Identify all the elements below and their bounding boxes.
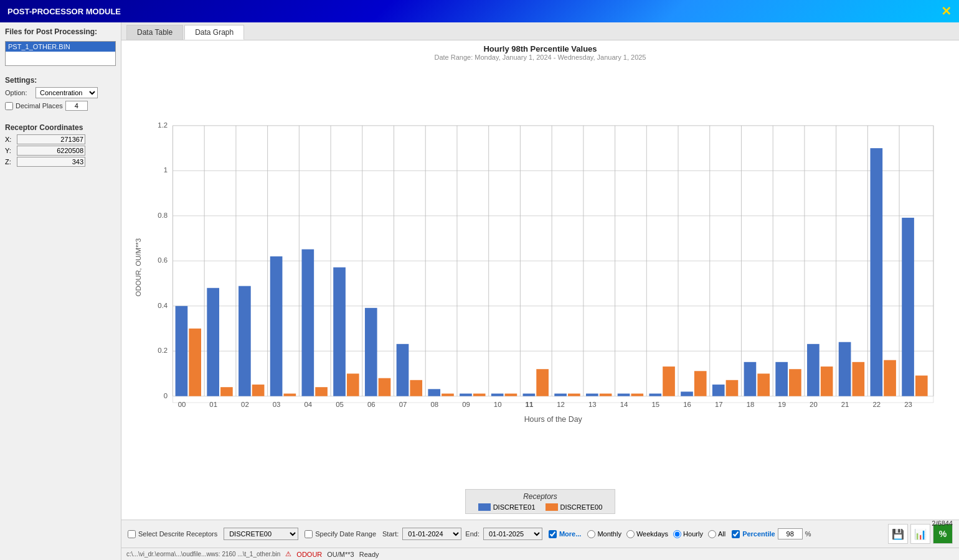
svg-text:00: 00 [178,401,186,408]
bar-d01-21 [839,342,851,396]
radio-weekdays-input[interactable] [626,530,635,538]
coord-x-input[interactable] [17,134,85,144]
bar-d01-18 [744,362,757,396]
bar-d00-08 [442,394,454,396]
bar-d00-13 [600,394,612,396]
specify-date-range-group: Specify Date Range [305,530,376,538]
percentile-input[interactable] [778,528,803,539]
page-count: 2/6844 [932,520,953,527]
bar-d01-05 [333,268,346,396]
bar-d00-20 [821,366,833,396]
coords-label: Receptor Coordinates [5,123,116,132]
svg-text:09: 09 [462,401,470,408]
svg-text:04: 04 [305,401,313,408]
legend-items: DISCRETE01 DISCRETE00 [478,503,603,511]
legend-label-d00: DISCRETE00 [560,503,603,511]
decimal-input[interactable] [65,101,88,111]
radio-all: All [708,530,725,538]
svg-text:03: 03 [273,401,281,408]
svg-text:20: 20 [810,401,818,408]
legend-box: Receptors DISCRETE01 DISCRETE00 [465,489,616,514]
bar-d00-02 [252,385,265,396]
svg-text:21: 21 [841,401,849,408]
more-label: More... [559,530,581,538]
sidebar: Files for Post Processing: PST_1_OTHER.B… [0,22,121,560]
bar-d00-12 [568,394,580,396]
bar-d00-04 [315,387,328,396]
bar-d00-18 [757,373,770,396]
svg-text:06: 06 [367,401,376,408]
svg-text:1: 1 [164,166,168,174]
bar-d01-10 [491,394,504,396]
percentile-group: Percentile % [732,528,811,539]
chart-main-title: Hourly 98th Percentile Values [128,44,953,54]
bar-d00-17 [726,380,739,396]
svg-text:11: 11 [526,401,534,408]
tab-data-table[interactable]: Data Table [126,25,183,40]
svg-text:08: 08 [430,401,438,408]
radio-all-input[interactable] [708,530,716,538]
specify-date-range-checkbox[interactable] [305,530,313,538]
select-receptors-checkbox[interactable] [128,530,136,538]
svg-text:02: 02 [241,401,249,408]
specify-date-range-label: Specify Date Range [315,530,376,538]
end-date-select[interactable]: 01-01-2025 [483,528,542,540]
bar-d01-22 [871,148,883,396]
percentile-unit: % [805,530,811,538]
chart-button[interactable]: 📊 [910,524,930,544]
radio-monthly: Monthly [587,530,621,538]
svg-text:13: 13 [588,401,597,408]
bar-d01-11 [523,394,536,396]
svg-text:23: 23 [904,401,912,408]
bar-d01-09 [460,394,472,396]
save-button[interactable]: 💾 [888,524,908,544]
svg-text:07: 07 [399,401,407,408]
bar-d00-19 [789,369,801,396]
svg-text:0: 0 [164,392,168,399]
date-range-group: Start: 01-01-2024 End: 01-01-2025 [382,528,542,540]
more-checkbox[interactable] [549,530,557,538]
percentile-checkbox[interactable] [732,530,740,538]
titlebar: POST-PROCESSOR MODULE ✕ [0,0,959,22]
option-select[interactable]: Concentration Odour Deposition [35,87,98,98]
close-button[interactable]: ✕ [941,4,952,19]
more-group: More... [549,530,581,538]
content-area: Data Table Data Graph Hourly 98th Percen… [121,22,959,560]
bar-d00-01 [220,387,233,396]
bar-d00-00 [189,329,201,396]
settings-label: Settings: [5,76,116,85]
start-date-select[interactable]: 01-01-2024 [402,528,461,540]
bar-d01-06 [365,308,377,396]
svg-text:0.8: 0.8 [158,212,168,219]
select-receptors-label: Select Descrite Receptors [138,530,217,538]
svg-text:22: 22 [873,401,881,408]
legend-item-d00: DISCRETE00 [546,503,603,511]
decimal-checkbox[interactable] [5,102,13,110]
select-receptors-group: Select Descrite Receptors [128,530,217,538]
svg-text:18: 18 [747,401,755,408]
radio-hourly-input[interactable] [673,530,681,538]
bar-d01-01 [207,288,219,396]
end-label: End: [465,530,479,538]
radio-monthly-input[interactable] [587,530,595,538]
decimal-label: Decimal Places [16,102,63,110]
bar-d00-14 [631,394,643,396]
status-ready: Ready [359,551,379,558]
bar-d01-02 [239,286,251,396]
coord-z-input[interactable] [17,157,85,167]
svg-text:ODOUR, OU/M**3: ODOUR, OU/M**3 [135,238,142,297]
tab-data-graph[interactable]: Data Graph [184,25,244,40]
svg-text:0.4: 0.4 [158,302,168,309]
bar-d00-06 [379,378,391,396]
bar-d01-14 [618,394,630,396]
coord-y-input[interactable] [17,146,85,156]
receptor-select[interactable]: DISCRETE00 DISCRETE01 [224,528,298,540]
bar-d01-17 [712,385,725,396]
bar-d00-15 [663,366,675,396]
svg-text:1.2: 1.2 [158,121,168,129]
time-radio-group: Monthly Weekdays Hourly All [587,530,725,538]
chart-title-area: Hourly 98th Percentile Values Date Range… [128,40,953,62]
file-list: PST_1_OTHER.BIN [5,41,116,66]
file-item[interactable]: PST_1_OTHER.BIN [6,42,115,52]
svg-text:16: 16 [683,401,691,408]
